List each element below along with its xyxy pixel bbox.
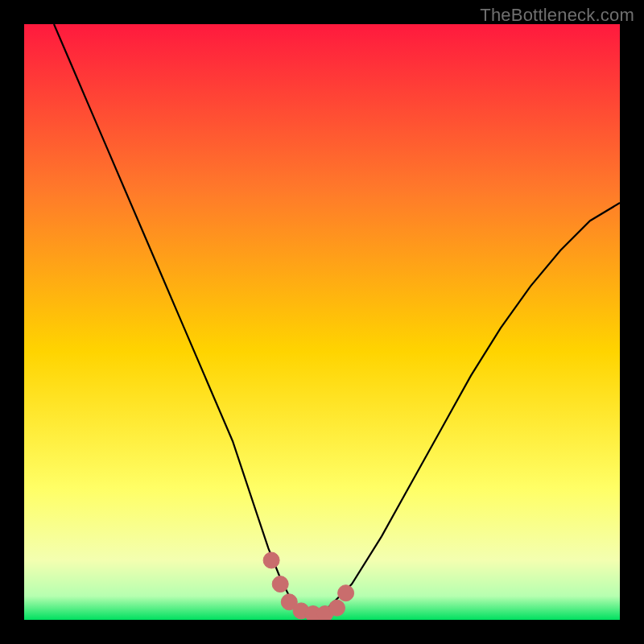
marker-point: [272, 576, 288, 592]
marker-point: [329, 600, 345, 616]
chart-container: TheBottleneck.com: [0, 0, 644, 644]
plot-area: [24, 24, 620, 620]
watermark-text: TheBottleneck.com: [480, 5, 634, 26]
gradient-background: [24, 24, 620, 620]
marker-point: [338, 585, 354, 601]
marker-point: [263, 552, 279, 568]
bottleneck-chart: [24, 24, 620, 620]
